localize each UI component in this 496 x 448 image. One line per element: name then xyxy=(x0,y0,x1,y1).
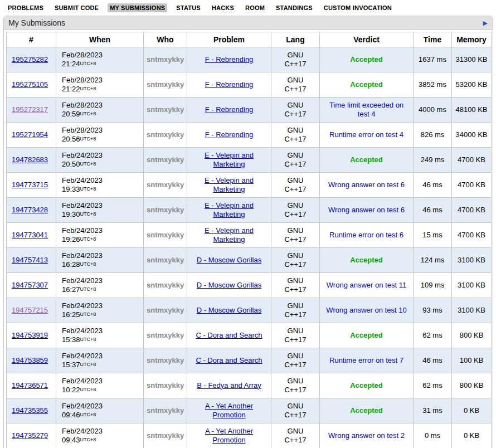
problem-link[interactable]: E - Velepin and Marketing xyxy=(205,151,254,168)
language-cell: GNU C++17 xyxy=(271,373,320,398)
submission-author-cell: sntmxykky xyxy=(144,173,187,198)
verdict-label: Accepted xyxy=(350,256,383,265)
submission-id-link[interactable]: 195271954 xyxy=(12,130,48,139)
submission-time: 09:46UTC+8 xyxy=(62,411,140,420)
user-link[interactable]: sntmxykky xyxy=(147,55,184,64)
submission-id-link[interactable]: 194757215 xyxy=(12,306,48,314)
execution-time-cell: 3852 ms xyxy=(414,72,452,98)
problem-link[interactable]: E - Velepin and Marketing xyxy=(205,201,254,218)
problem-link[interactable]: F - Rebrending xyxy=(205,55,254,64)
nav-item-room[interactable]: ROOM xyxy=(243,3,267,12)
problem-link[interactable]: E - Velepin and Marketing xyxy=(205,176,254,193)
submission-id-link[interactable]: 194735355 xyxy=(12,406,48,415)
problem-link[interactable]: B - Fedya and Array xyxy=(197,381,261,389)
timezone-label: UTC+8 xyxy=(80,111,96,116)
user-link[interactable]: sntmxykky xyxy=(147,356,184,364)
submission-when-cell: Feb/24/2023 09:46UTC+8 xyxy=(56,398,144,423)
problem-link[interactable]: F - Rebrending xyxy=(205,130,254,139)
nav-item-standings[interactable]: STANDINGS xyxy=(274,3,315,12)
collapse-arrow-icon[interactable]: ▶ xyxy=(483,20,488,26)
user-link[interactable]: sntmxykky xyxy=(147,381,184,389)
submission-id-link[interactable]: 194782683 xyxy=(12,155,48,164)
problem-link[interactable]: F - Rebrending xyxy=(205,80,254,89)
submission-id-link[interactable]: 195272317 xyxy=(12,105,48,114)
submission-id-cell: 195272317 xyxy=(7,98,56,123)
problem-link[interactable]: D - Moscow Gorillas xyxy=(197,306,261,314)
nav-item-hacks[interactable]: HACKS xyxy=(210,3,236,12)
problem-cell: A - Yet Another Promotion xyxy=(187,423,271,448)
problem-cell: E - Velepin and Marketing xyxy=(187,173,271,198)
submission-author-cell: sntmxykky xyxy=(144,248,187,273)
execution-time-cell: 93 ms xyxy=(414,298,452,323)
user-link[interactable]: sntmxykky xyxy=(147,331,184,339)
problem-link[interactable]: D - Moscow Gorillas xyxy=(197,281,261,289)
problem-link[interactable]: F - Rebrending xyxy=(205,105,254,114)
timezone-label: UTC+8 xyxy=(80,211,96,217)
verdict-label: Accepted xyxy=(350,331,383,340)
user-link[interactable]: sntmxykky xyxy=(147,306,184,314)
submission-id-link[interactable]: 194773428 xyxy=(12,206,48,214)
timezone-label: UTC+8 xyxy=(80,437,96,442)
submission-id-cell: 194757307 xyxy=(7,273,56,298)
problem-cell: E - Velepin and Marketing xyxy=(187,198,271,223)
memory-cell: 3100 KB xyxy=(452,273,492,298)
submission-id-cell: 195271954 xyxy=(7,123,56,148)
submissions-panel: My Submissions ▶ #WhenWhoProblemLangVerd… xyxy=(3,16,493,448)
user-link[interactable]: sntmxykky xyxy=(147,105,184,114)
language-cell: GNU C++17 xyxy=(271,423,320,448)
execution-time-cell: 249 ms xyxy=(414,148,452,173)
problem-link[interactable]: A - Yet Another Promotion xyxy=(205,402,253,419)
problem-cell: C - Dora and Search xyxy=(187,323,271,348)
problem-cell: F - Rebrending xyxy=(187,123,271,148)
user-link[interactable]: sntmxykky xyxy=(147,406,184,415)
user-link[interactable]: sntmxykky xyxy=(147,231,184,239)
user-link[interactable]: sntmxykky xyxy=(147,431,184,440)
problem-link[interactable]: E - Velepin and Marketing xyxy=(205,226,254,244)
language-label: GNU C++17 xyxy=(281,126,310,144)
submission-when-cell: Feb/24/2023 10:22UTC+8 xyxy=(56,373,144,398)
problem-cell: E - Velepin and Marketing xyxy=(187,223,271,248)
submission-id-link[interactable]: 194757413 xyxy=(12,256,48,264)
user-link[interactable]: sntmxykky xyxy=(147,155,184,164)
submission-id-link[interactable]: 194735279 xyxy=(12,431,48,440)
submission-author-cell: sntmxykky xyxy=(144,373,187,398)
verdict-cell: Accepted xyxy=(320,72,414,98)
table-row: 194753919 Feb/24/2023 15:38UTC+8 sntmxyk… xyxy=(7,323,492,348)
execution-time-cell: 0 ms xyxy=(414,423,452,448)
submission-id-link[interactable]: 194757307 xyxy=(12,281,48,289)
nav-item-problems[interactable]: PROBLEMS xyxy=(6,3,46,12)
submission-id-link[interactable]: 194773715 xyxy=(12,181,48,189)
user-link[interactable]: sntmxykky xyxy=(147,206,184,214)
verdict-label: Accepted xyxy=(350,80,383,89)
problem-link[interactable]: A - Yet Another Promotion xyxy=(205,427,253,444)
submission-when-cell: Feb/24/2023 20:50UTC+8 xyxy=(56,148,144,173)
table-row: 194773715 Feb/24/2023 19:33UTC+8 sntmxyk… xyxy=(7,173,492,198)
nav-item-custom-invocation[interactable]: CUSTOM INVOCATION xyxy=(322,3,394,12)
user-link[interactable]: sntmxykky xyxy=(147,130,184,139)
submission-id-link[interactable]: 194753859 xyxy=(12,356,48,364)
submission-id-link[interactable]: 195275105 xyxy=(12,80,48,89)
submission-id-link[interactable]: 194773041 xyxy=(12,231,48,239)
nav-item-my-submissions[interactable]: MY SUBMISSIONS xyxy=(108,3,167,12)
timezone-label: UTC+8 xyxy=(80,337,96,342)
problem-link[interactable]: D - Moscow Gorillas xyxy=(197,256,261,264)
submission-id-link[interactable]: 195275282 xyxy=(12,55,48,64)
user-link[interactable]: sntmxykky xyxy=(147,80,184,89)
user-link[interactable]: sntmxykky xyxy=(147,281,184,289)
problem-link[interactable]: C - Dora and Search xyxy=(196,331,262,339)
column-header-when: When xyxy=(56,32,144,47)
submission-date: Feb/24/2023 xyxy=(62,402,140,411)
user-link[interactable]: sntmxykky xyxy=(147,256,184,264)
nav-item-submit-code[interactable]: SUBMIT CODE xyxy=(52,3,101,12)
submission-id-link[interactable]: 194736571 xyxy=(12,381,48,389)
submission-time: 09:43UTC+8 xyxy=(62,436,140,445)
execution-time-cell: 62 ms xyxy=(414,323,452,348)
user-link[interactable]: sntmxykky xyxy=(147,181,184,189)
submission-id-cell: 194753859 xyxy=(7,348,56,373)
problem-cell: F - Rebrending xyxy=(187,72,271,98)
problem-cell: E - Velepin and Marketing xyxy=(187,148,271,173)
submission-id-link[interactable]: 194753919 xyxy=(12,331,48,339)
submission-date: Feb/28/2023 xyxy=(62,126,140,135)
nav-item-status[interactable]: STATUS xyxy=(174,3,203,12)
problem-link[interactable]: C - Dora and Search xyxy=(196,356,262,364)
